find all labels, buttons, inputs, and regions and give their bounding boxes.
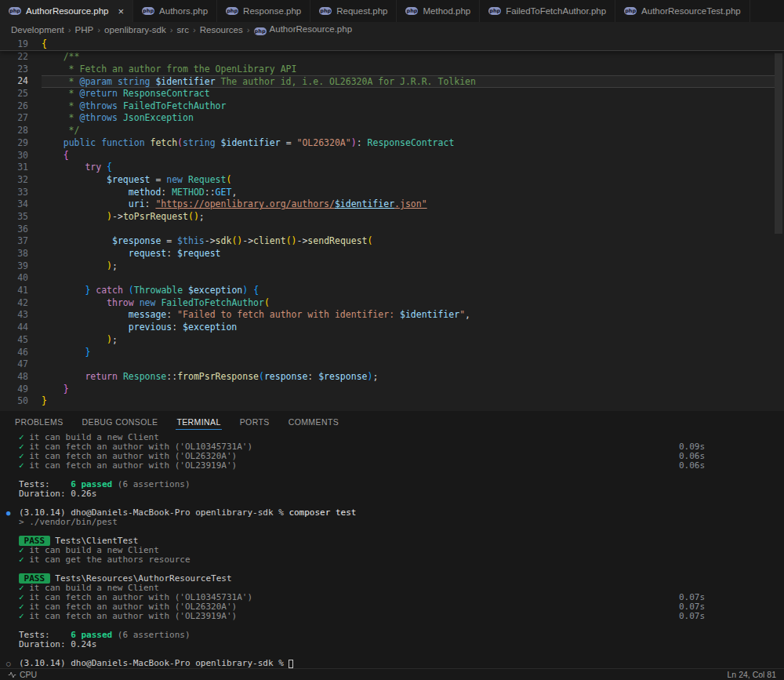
line-number[interactable]: 50 <box>0 395 42 408</box>
code-line-46[interactable]: 46 } <box>0 347 784 359</box>
code-line-40[interactable]: 40 <box>0 272 784 285</box>
code-line-26[interactable]: 26 * @throws FailedToFetchAuthor <box>0 100 784 113</box>
line-number[interactable]: 45 <box>0 334 42 347</box>
line-number[interactable]: 42 <box>0 297 42 310</box>
panel-tab-debug-console[interactable]: DEBUG CONSOLE <box>82 413 159 430</box>
editor-tab-authorresourcetest-php[interactable]: phpAuthorResourceTest.php <box>615 0 750 22</box>
code-line-41[interactable]: 41 } catch (Throwable $exception) { <box>0 285 784 297</box>
line-number[interactable]: 35 <box>0 211 42 224</box>
code-line-50[interactable]: 50} <box>0 395 784 408</box>
code-editor[interactable]: 19{ 22 /**23 * Fetch an author from the … <box>0 38 784 411</box>
editor-tab-authors-php[interactable]: phpAuthors.php <box>133 0 217 22</box>
line-number[interactable]: 36 <box>0 224 42 236</box>
code-token <box>42 260 107 271</box>
code-line-29[interactable]: 29 public function fetch(string $identif… <box>0 137 784 150</box>
close-icon[interactable]: × <box>118 6 124 16</box>
code-token: :: <box>166 371 177 382</box>
code-line-43[interactable]: 43 message: "Failed to fetch author with… <box>0 309 784 322</box>
code-line-24[interactable]: 24 * @param string $identifier The autho… <box>0 75 784 88</box>
panel-tab-terminal[interactable]: TERMINAL <box>176 413 221 430</box>
code-line-42[interactable]: 42 throw new FailedToFetchAuthor( <box>0 297 784 310</box>
cpu-status[interactable]: CPU <box>8 670 37 679</box>
code-token: Request <box>188 174 226 185</box>
code-line-49[interactable]: 49 } <box>0 384 784 396</box>
code-line-28[interactable]: 28 */ <box>0 125 784 137</box>
line-number[interactable]: 48 <box>0 371 42 384</box>
line-number[interactable]: 33 <box>0 187 42 199</box>
line-number[interactable]: 41 <box>0 285 42 297</box>
code-line-48[interactable]: 48 return Response::fromPsrResponse(resp… <box>0 371 784 384</box>
editor-tab-failedtofetchauthor-php[interactable]: phpFailedToFetchAuthor.php <box>480 0 615 22</box>
editor-tab-authorresource-php[interactable]: phpAuthorResource.php× <box>0 0 133 22</box>
code-line-34[interactable]: 34 uri: "https://openlibrary.org/authors… <box>0 198 784 211</box>
line-number[interactable]: 28 <box>0 125 42 137</box>
line-number[interactable]: 39 <box>0 260 42 273</box>
editor-scrollbar-thumb[interactable] <box>775 53 782 234</box>
line-number[interactable]: 38 <box>0 248 42 260</box>
code-line-30[interactable]: 30 { <box>0 150 784 162</box>
breadcrumb-item-openlibrary-sdk[interactable]: openlibrary-sdk <box>104 25 166 35</box>
line-number[interactable]: 40 <box>0 272 42 285</box>
editor-tab-method-php[interactable]: phpMethod.php <box>397 0 480 22</box>
terminal-output[interactable]: ✓ it can build a new Client✓ it can fetc… <box>0 431 784 668</box>
code-line-33[interactable]: 33 method: METHOD::GET, <box>0 187 784 199</box>
editor-tab-response-php[interactable]: phpResponse.php <box>217 0 310 22</box>
code-line-23[interactable]: 23 * Fetch an author from the OpenLibrar… <box>0 64 784 76</box>
code-token: } <box>64 384 69 395</box>
line-number[interactable]: 44 <box>0 322 42 334</box>
code-line-47[interactable]: 47 <box>0 358 784 371</box>
code-line-39[interactable]: 39 ); <box>0 260 784 273</box>
line-number[interactable]: 43 <box>0 309 42 322</box>
editor-tab-request-php[interactable]: phpRequest.php <box>310 0 397 22</box>
breadcrumb-item-development[interactable]: Development <box>11 25 64 35</box>
line-number[interactable]: 46 <box>0 347 42 359</box>
code-line-44[interactable]: 44 previous: $exception <box>0 322 784 334</box>
line-number[interactable]: 31 <box>0 162 42 174</box>
line-number[interactable]: 34 <box>0 198 42 211</box>
code-line-38[interactable]: 38 request: $request <box>0 248 784 260</box>
breadcrumb-label: openlibrary-sdk <box>104 25 166 35</box>
breadcrumb-item-resources[interactable]: Resources <box>200 25 243 35</box>
line-number[interactable]: 26 <box>0 100 42 113</box>
panel-tab-comments[interactable]: COMMENTS <box>288 413 339 430</box>
line-number[interactable]: 24 <box>0 75 42 88</box>
line-number[interactable]: 19 <box>0 38 42 50</box>
code-token: @throws <box>79 112 117 123</box>
code-text: message: "Failed to fetch author with id… <box>42 309 775 322</box>
line-number[interactable]: 32 <box>0 174 42 187</box>
line-number[interactable]: 22 <box>0 51 42 64</box>
code-token: "Failed to fetch author with identifier: <box>177 309 400 320</box>
breadcrumb-item-php[interactable]: PHP <box>75 25 94 35</box>
code-line-25[interactable]: 25 * @return ResponseContract <box>0 88 784 100</box>
code-line-45[interactable]: 45 ); <box>0 334 784 347</box>
command-decoration-icon[interactable]: ● <box>6 508 10 518</box>
code-token <box>118 100 123 111</box>
cursor-position-indicator[interactable]: Ln 24, Col 81 <box>728 670 776 679</box>
code-line-22[interactable]: 22 /** <box>0 51 784 64</box>
code-line-36[interactable]: 36 <box>0 224 784 236</box>
code-line-35[interactable]: 35 )->toPsrRequest(); <box>0 211 784 224</box>
panel-tab-bar: PROBLEMSDEBUG CONSOLETERMINALPORTSCOMMEN… <box>0 411 784 431</box>
line-number[interactable]: 23 <box>0 64 42 76</box>
code-line-37[interactable]: 37 $response = $this->sdk()->client()->s… <box>0 235 784 248</box>
code-token: { <box>253 285 259 296</box>
code-line-32[interactable]: 32 $request = new Request( <box>0 174 784 187</box>
code-token: ; <box>112 260 118 271</box>
breadcrumb-item-authorresource-php[interactable]: phpAuthorResource.php <box>254 24 352 35</box>
line-number[interactable]: 25 <box>0 88 42 100</box>
code-line-31[interactable]: 31 try { <box>0 162 784 174</box>
line-number[interactable]: 29 <box>0 137 42 150</box>
panel-tab-ports[interactable]: PORTS <box>239 413 270 430</box>
line-number[interactable]: 37 <box>0 235 42 248</box>
line-number[interactable]: 47 <box>0 358 42 371</box>
panel-tab-problems[interactable]: PROBLEMS <box>14 413 64 430</box>
code-text: uri: "https://openlibrary.org/authors/$i… <box>42 198 775 211</box>
code-line-27[interactable]: 27 * @throws JsonException <box>0 112 784 125</box>
breadcrumb-item-src[interactable]: src <box>177 25 189 35</box>
line-number[interactable]: 30 <box>0 150 42 162</box>
code-token: $identifier <box>155 76 215 87</box>
line-number[interactable]: 27 <box>0 112 42 125</box>
line-number[interactable]: 49 <box>0 384 42 396</box>
prompt-decoration-icon[interactable]: ○ <box>6 659 10 668</box>
code-text: )->toPsrRequest(); <box>42 211 775 224</box>
